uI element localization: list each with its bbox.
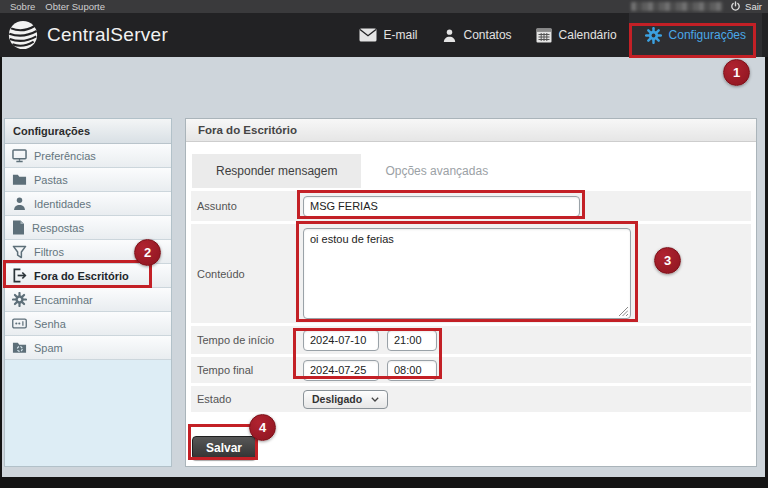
nav-item-label: Configurações — [669, 28, 746, 42]
settings-sidebar: Configurações Preferências Pastas Identi… — [4, 118, 172, 467]
window-bottom-edge — [0, 477, 768, 488]
sidebar-item-respostas[interactable]: Respostas — [5, 216, 171, 240]
subject-row: Assunto — [191, 191, 751, 221]
main-navbar: CentralServer E-mail Contatos — [0, 13, 768, 57]
brand[interactable]: CentralServer — [8, 13, 168, 57]
support-link[interactable]: Obter Suporte — [45, 1, 105, 12]
webmail-settings-page: Sobre Obter Suporte Sair CentralServe — [0, 0, 768, 488]
sidebar-item-label: Respostas — [32, 222, 84, 234]
power-icon — [730, 1, 741, 12]
monitor-icon — [12, 149, 27, 163]
end-time-input[interactable] — [387, 360, 437, 381]
out-of-office-panel: Fora do Escritório Responder mensagem Op… — [185, 118, 757, 467]
password-icon — [12, 318, 27, 329]
sidebar-item-label: Identidades — [34, 198, 91, 210]
tab-bar: Responder mensagem Opções avançadas — [192, 154, 756, 188]
sidebar-item-spam[interactable]: Spam — [5, 336, 171, 360]
user-email-redacted — [631, 2, 723, 11]
start-time-input[interactable] — [387, 330, 437, 351]
sidebar-item-label: Senha — [34, 318, 66, 330]
logout-label: Sair — [745, 1, 762, 12]
nav-item-calendario[interactable]: Calendário — [524, 13, 629, 57]
status-select[interactable]: Desligado — [303, 390, 388, 409]
nav-item-label: Contatos — [464, 28, 512, 42]
nav-item-label: Calendário — [559, 28, 617, 42]
end-time-label: Tempo final — [197, 364, 303, 376]
nav-list: E-mail Contatos — [347, 13, 762, 57]
status-select-value: Desligado — [312, 393, 362, 405]
logout-button[interactable]: Sair — [730, 1, 762, 12]
sidebar-item-label: Preferências — [34, 150, 96, 162]
sidebar-item-fora-do-escritorio[interactable]: Fora do Escritório — [5, 264, 171, 288]
panel-title: Fora do Escritório — [186, 119, 756, 142]
sidebar-item-label: Pastas — [34, 174, 68, 186]
tab-responder-mensagem[interactable]: Responder mensagem — [192, 154, 361, 188]
person-icon — [12, 196, 27, 211]
nav-item-email[interactable]: E-mail — [347, 13, 430, 57]
out-of-office-form: Assunto Conteúdo oi estou de ferias Temp… — [191, 191, 751, 412]
chevron-down-icon — [371, 397, 379, 402]
start-date-input[interactable] — [303, 330, 379, 351]
brand-name: CentralServer — [47, 24, 168, 46]
tab-opcoes-avancadas[interactable]: Opções avançadas — [361, 154, 512, 188]
subject-label: Assunto — [197, 200, 303, 212]
centralserver-logo-icon — [8, 20, 38, 50]
save-button[interactable]: Salvar — [192, 436, 256, 460]
sidebar-item-label: Filtros — [34, 246, 64, 258]
sidebar-item-label: Fora do Escritório — [34, 270, 129, 282]
content-textarea[interactable]: oi estou de ferias — [303, 228, 631, 319]
start-time-row: Tempo de início — [191, 326, 751, 354]
end-date-input[interactable] — [303, 360, 379, 381]
end-time-row: Tempo final — [191, 357, 751, 383]
sidebar-item-identidades[interactable]: Identidades — [5, 192, 171, 216]
annotation-badge-1: 1 — [723, 59, 750, 86]
nav-item-contatos[interactable]: Contatos — [430, 13, 524, 57]
nav-item-label: E-mail — [384, 28, 418, 42]
envelope-icon — [359, 28, 377, 42]
sidebar-item-label: Encaminhar — [34, 294, 93, 306]
subject-input[interactable] — [303, 196, 580, 217]
gear-icon — [12, 292, 27, 307]
gear-icon — [645, 27, 662, 44]
nav-item-configuracoes[interactable]: Configurações — [629, 13, 762, 57]
document-icon — [12, 220, 25, 235]
about-link[interactable]: Sobre — [10, 1, 35, 12]
person-icon — [442, 28, 457, 43]
sidebar-item-pastas[interactable]: Pastas — [5, 168, 171, 192]
utility-bar: Sobre Obter Suporte Sair — [0, 0, 768, 13]
sidebar-item-preferencias[interactable]: Preferências — [5, 144, 171, 168]
sidebar-title: Configurações — [5, 119, 171, 144]
content-row: Conteúdo oi estou de ferias — [191, 224, 751, 323]
sidebar-item-label: Spam — [34, 342, 63, 354]
window-left-edge — [0, 57, 2, 477]
start-time-label: Tempo de início — [197, 334, 303, 346]
spam-folder-icon — [12, 341, 27, 354]
content-label: Conteúdo — [197, 268, 303, 280]
sidebar-item-senha[interactable]: Senha — [5, 312, 171, 336]
sidebar-item-encaminhar[interactable]: Encaminhar — [5, 288, 171, 312]
folder-icon — [12, 173, 27, 186]
exit-door-icon — [12, 268, 27, 283]
sidebar-item-filtros[interactable]: Filtros — [5, 240, 171, 264]
status-row: Estado Desligado — [191, 386, 751, 412]
filter-icon — [12, 245, 27, 259]
status-label: Estado — [197, 393, 303, 405]
calendar-icon — [536, 28, 552, 43]
